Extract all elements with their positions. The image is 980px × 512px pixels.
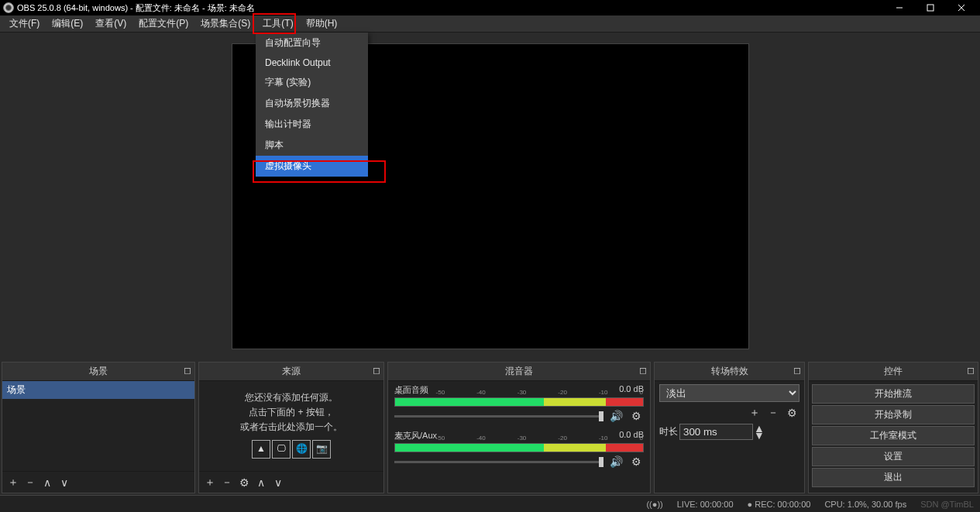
titlebar: OBS 25.0.8 (64-bit, windows) - 配置文件: 未命名… [0, 0, 980, 15]
transitions-header: 转场特效 ◻ [655, 363, 804, 381]
controls-header: 控件 ◻ [809, 363, 978, 381]
sources-toolbar: ＋ － ⚙ ∧ ∨ [199, 471, 383, 493]
controls-detach-icon[interactable]: ◻ [967, 365, 975, 376]
mixer-dock: 混音器 ◻ 桌面音频 0.0 dB -60-50-40-30-20-100 🔊 … [387, 362, 651, 493]
docks-row: 场景 ◻ 场景 ＋ － ∧ ∨ 来源 ◻ 您还没有添加任何源。 点击下面的 + … [0, 360, 980, 495]
transition-duration-label: 时长 [659, 425, 678, 438]
tools-scripts[interactable]: 脚本 [256, 135, 368, 156]
tools-dropdown: 自动配置向导 Decklink Output 字幕 (实验) 自动场景切换器 输… [256, 33, 368, 177]
scenes-toolbar: ＋ － ∧ ∨ [2, 471, 194, 493]
status-cpu: CPU: 1.0%, 30.00 fps [824, 500, 906, 509]
mixer-track-mic: 麦克风/Aux 0.0 dB -60-50-40-30-20-100 🔊 ⚙ [388, 427, 650, 472]
menubar: 文件(F) 编辑(E) 查看(V) 配置文件(P) 场景集合(S) 工具(T) … [0, 15, 980, 33]
transitions-body: 淡出 ＋ － ⚙ 时长 ▲ ▼ [655, 381, 804, 493]
scene-add-button[interactable]: ＋ [5, 475, 21, 490]
minimize-button[interactable] [884, 0, 915, 15]
maximize-button[interactable] [915, 0, 946, 15]
scenes-title: 场景 [89, 366, 108, 376]
menu-help[interactable]: 帮助(H) [300, 15, 344, 33]
sources-empty-state[interactable]: 您还没有添加任何源。 点击下面的 + 按钮， 或者右击此处添加一个。 ▲ 🖵 🌐… [199, 381, 383, 471]
mixer-mic-meter: -60-50-40-30-20-100 [394, 443, 644, 452]
obs-logo-icon [3, 2, 14, 13]
source-move-up-button[interactable]: ∧ [253, 475, 269, 490]
mixer-desktop-mute-icon[interactable]: 🔊 [608, 408, 624, 424]
source-remove-button[interactable]: － [219, 475, 235, 490]
browser-source-icon: 🌐 [292, 440, 311, 459]
mixer-body: 桌面音频 0.0 dB -60-50-40-30-20-100 🔊 ⚙ 麦克风/… [388, 381, 650, 493]
sources-empty-line3: 或者右击此处添加一个。 [207, 420, 376, 435]
duration-step-down[interactable]: ▼ [755, 432, 764, 439]
close-button[interactable] [946, 0, 977, 15]
status-watermark: SDN @TimBL [920, 500, 974, 509]
menu-tools[interactable]: 工具(T) [256, 15, 299, 33]
source-move-down-button[interactable]: ∨ [270, 475, 286, 490]
menu-profiles[interactable]: 配置文件(P) [132, 15, 194, 33]
tools-decklink[interactable]: Decklink Output [256, 53, 368, 72]
broadcast-icon: ((●)) [646, 500, 662, 509]
scenes-dock: 场景 ◻ 场景 ＋ － ∧ ∨ [2, 362, 195, 493]
meter-ticks: -60-50-40-30-20-100 [395, 389, 643, 396]
image-source-icon: ▲ [252, 440, 270, 459]
mixer-desktop-meter: -60-50-40-30-20-100 [394, 397, 644, 407]
mixer-mic-settings-icon[interactable]: ⚙ [628, 454, 644, 469]
transition-settings-button[interactable]: ⚙ [784, 405, 799, 421]
mixer-title: 混音器 [505, 366, 533, 376]
source-properties-button[interactable]: ⚙ [236, 475, 252, 490]
status-live: LIVE: 00:00:00 [677, 500, 734, 509]
studio-mode-button[interactable]: 工作室模式 [812, 426, 975, 445]
controls-dock: 控件 ◻ 开始推流 开始录制 工作室模式 设置 退出 [808, 362, 978, 493]
transitions-detach-icon[interactable]: ◻ [793, 365, 801, 376]
transition-add-button[interactable]: ＋ [747, 405, 762, 421]
transitions-dock: 转场特效 ◻ 淡出 ＋ － ⚙ 时长 ▲ ▼ [654, 362, 805, 493]
sources-dock: 来源 ◻ 您还没有添加任何源。 点击下面的 + 按钮， 或者右击此处添加一个。 … [198, 362, 384, 493]
sources-empty-line2: 点击下面的 + 按钮， [207, 405, 376, 420]
source-add-button[interactable]: ＋ [202, 475, 218, 490]
tools-virtual-cam[interactable]: 虚拟摄像头 [256, 156, 368, 177]
mixer-mic-slider[interactable] [394, 461, 603, 463]
sources-detach-icon[interactable]: ◻ [373, 365, 380, 376]
statusbar: ((●)) LIVE: 00:00:00 ● REC: 00:00:00 CPU… [0, 495, 980, 512]
transition-select[interactable]: 淡出 [659, 384, 799, 402]
mixer-header: 混音器 ◻ [388, 363, 650, 381]
start-stream-button[interactable]: 开始推流 [812, 384, 975, 404]
mixer-desktop-settings-icon[interactable]: ⚙ [628, 408, 644, 424]
tools-subtitle[interactable]: 字幕 (实验) [256, 72, 368, 93]
svg-rect-1 [927, 5, 934, 11]
scene-remove-button[interactable]: － [22, 475, 38, 490]
transitions-title: 转场特效 [711, 366, 748, 376]
display-source-icon: 🖵 [272, 440, 291, 459]
mixer-detach-icon[interactable]: ◻ [639, 365, 647, 376]
scene-item[interactable]: 场景 [2, 381, 194, 399]
scenes-list[interactable]: 场景 [2, 381, 194, 471]
window-title: OBS 25.0.8 (64-bit, windows) - 配置文件: 未命名… [17, 2, 255, 14]
transition-duration-input[interactable] [679, 424, 753, 440]
transition-remove-button[interactable]: － [765, 405, 781, 421]
scenes-detach-icon[interactable]: ◻ [184, 365, 191, 376]
menu-edit[interactable]: 编辑(E) [46, 15, 89, 33]
tools-output-timer[interactable]: 输出计时器 [256, 114, 368, 135]
scenes-header: 场景 ◻ [2, 363, 194, 381]
menu-view[interactable]: 查看(V) [89, 15, 132, 33]
preview-area [0, 33, 980, 360]
sources-header: 来源 ◻ [199, 363, 383, 381]
camera-source-icon: 📷 [312, 440, 331, 459]
status-rec: ● REC: 00:00:00 [748, 500, 811, 509]
window-controls [884, 0, 977, 15]
menu-file[interactable]: 文件(F) [3, 15, 46, 33]
mixer-mic-mute-icon[interactable]: 🔊 [608, 454, 624, 469]
tools-auto-config[interactable]: 自动配置向导 [256, 33, 368, 53]
mixer-track-desktop: 桌面音频 0.0 dB -60-50-40-30-20-100 🔊 ⚙ [388, 381, 650, 427]
meter-ticks: -60-50-40-30-20-100 [395, 435, 643, 442]
sources-title: 来源 [282, 366, 301, 376]
settings-button[interactable]: 设置 [812, 447, 975, 466]
scene-move-down-button[interactable]: ∨ [57, 475, 72, 490]
start-record-button[interactable]: 开始录制 [812, 405, 975, 424]
tools-auto-switcher[interactable]: 自动场景切换器 [256, 93, 368, 114]
exit-button[interactable]: 退出 [812, 468, 975, 487]
menu-scene-collection[interactable]: 场景集合(S) [194, 15, 256, 33]
controls-body: 开始推流 开始录制 工作室模式 设置 退出 [809, 381, 978, 493]
sources-empty-line1: 您还没有添加任何源。 [207, 390, 376, 405]
mixer-desktop-slider[interactable] [394, 415, 603, 418]
scene-move-up-button[interactable]: ∧ [40, 475, 55, 490]
controls-title: 控件 [884, 366, 903, 376]
